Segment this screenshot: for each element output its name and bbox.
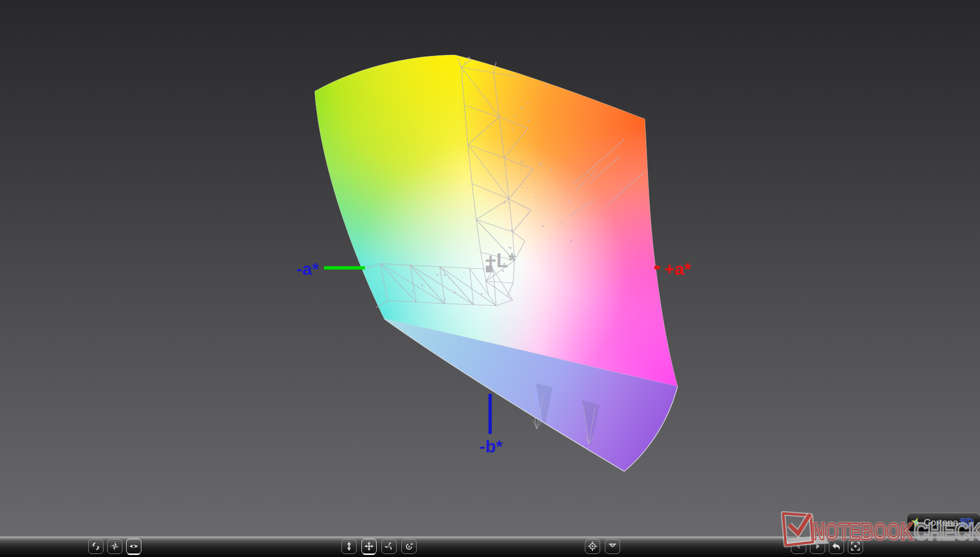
undo-icon bbox=[831, 541, 842, 551]
walk-mode-button[interactable] bbox=[88, 539, 104, 554]
axis-label-neg-b: -b* bbox=[479, 436, 503, 456]
axis-label-neg-a: -a* bbox=[297, 259, 319, 278]
spin-icon bbox=[404, 541, 414, 551]
examine-icon bbox=[110, 541, 120, 551]
viewer-stage: -a* +a* +L* -b* NOTEBOOK NOTEBOOK CHECK … bbox=[0, 0, 980, 557]
eye-icon bbox=[129, 541, 139, 551]
pan-icon bbox=[364, 541, 374, 551]
rotate-icon bbox=[384, 541, 394, 551]
walk-icon bbox=[91, 541, 101, 551]
gamut-3d-view[interactable]: -a* +a* +L* -b* bbox=[0, 0, 980, 536]
vpan-icon bbox=[344, 541, 354, 551]
gamut-top-surface bbox=[315, 55, 678, 386]
toolbar bbox=[0, 536, 980, 557]
fit-to-window-button[interactable] bbox=[848, 539, 863, 554]
toolbar-group-view bbox=[585, 539, 620, 554]
neg-a-axis-line bbox=[324, 266, 365, 270]
cortona-badge-text: Cortona bbox=[924, 517, 958, 528]
examine-mode-button[interactable] bbox=[107, 539, 122, 554]
cortona3d-badge[interactable]: Cortona 3D bbox=[907, 513, 980, 531]
axis-label-pos-a: +a* bbox=[664, 259, 691, 278]
toolbar-group-history bbox=[791, 539, 863, 554]
pos-a-axis-line bbox=[655, 266, 660, 269]
cortona3d-star-icon bbox=[909, 515, 923, 529]
prev-icon bbox=[793, 541, 804, 551]
spin-button[interactable] bbox=[401, 539, 417, 554]
next-viewpoint-button[interactable] bbox=[810, 539, 825, 554]
center-icon bbox=[587, 541, 598, 551]
fit-icon bbox=[850, 541, 861, 551]
next-icon bbox=[812, 541, 823, 551]
hover-icon bbox=[607, 541, 618, 551]
toolbar-group-move bbox=[341, 539, 417, 554]
align-horizon-button[interactable] bbox=[605, 539, 620, 554]
pan-button[interactable] bbox=[361, 539, 377, 554]
center-view-button[interactable] bbox=[585, 539, 600, 554]
neg-b-axis-line bbox=[488, 394, 492, 434]
toolbar-group-mode bbox=[88, 539, 141, 554]
axis-label-pos-l: +L* bbox=[485, 250, 516, 271]
previous-viewpoint-button[interactable] bbox=[791, 539, 806, 554]
cortona-badge-3d-text: 3D bbox=[959, 516, 974, 529]
view-mode-button[interactable] bbox=[126, 539, 141, 554]
pan-vertical-button[interactable] bbox=[341, 539, 357, 554]
restore-viewpoint-button[interactable] bbox=[829, 539, 844, 554]
rotate-button[interactable] bbox=[381, 539, 397, 554]
